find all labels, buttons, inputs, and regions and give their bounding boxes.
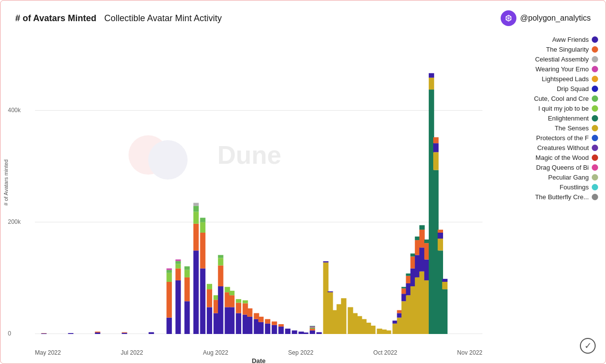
svg-rect-45 — [229, 307, 235, 334]
svg-rect-55 — [247, 308, 253, 317]
svg-rect-3 — [68, 333, 73, 334]
legend-dot — [592, 154, 598, 161]
x-label-sep: Sep 2022 — [288, 349, 313, 356]
svg-rect-73 — [310, 327, 315, 328]
legend-item: Lightspeed Lads — [495, 75, 598, 83]
legend-item: Aww Friends — [495, 36, 598, 43]
svg-rect-127 — [433, 137, 439, 143]
legend-label: Drip Squad — [495, 85, 589, 92]
svg-rect-26 — [193, 206, 199, 212]
svg-rect-91 — [386, 331, 391, 334]
svg-rect-71 — [310, 329, 315, 331]
grid-label-400k: 400k — [8, 107, 21, 114]
svg-rect-8 — [149, 332, 154, 334]
legend-dot — [592, 105, 598, 112]
x-label-nov: Nov 2022 — [457, 349, 482, 356]
x-label-jul: Jul 2022 — [121, 349, 143, 356]
svg-rect-69 — [303, 333, 308, 334]
svg-rect-75 — [317, 332, 322, 334]
svg-rect-39 — [218, 266, 223, 286]
chart-container: # of Avatars Minted Collectible Avatar M… — [0, 0, 606, 364]
svg-rect-58 — [258, 322, 264, 334]
svg-rect-22 — [185, 266, 190, 270]
svg-rect-4 — [95, 333, 100, 334]
svg-rect-28 — [200, 269, 205, 334]
svg-rect-123 — [429, 73, 434, 78]
svg-rect-11 — [166, 273, 172, 282]
legend-dot — [592, 76, 598, 82]
svg-rect-19 — [185, 301, 190, 334]
svg-rect-50 — [236, 299, 241, 303]
svg-rect-130 — [438, 233, 443, 239]
bars-svg — [35, 36, 482, 334]
svg-rect-18 — [175, 260, 181, 261]
svg-rect-27 — [193, 203, 199, 206]
legend-item: Protectors of the F — [495, 134, 598, 142]
svg-rect-66 — [285, 329, 290, 334]
svg-rect-25 — [193, 212, 199, 224]
svg-rect-134 — [442, 279, 447, 282]
legend-item: Cute, Cool and Cre — [495, 95, 598, 102]
legend-item: Enlightenment — [495, 115, 598, 122]
legend-dot — [592, 145, 598, 151]
legend-dot — [592, 66, 598, 72]
svg-rect-133 — [442, 282, 447, 289]
legend-item: The Butterfly Cre... — [495, 193, 598, 201]
legend-dot — [592, 194, 598, 200]
checkmark-icon: ✓ — [584, 340, 592, 351]
x-label-aug: Aug 2022 — [203, 349, 228, 356]
svg-rect-54 — [247, 317, 253, 334]
svg-rect-29 — [200, 233, 205, 269]
svg-rect-67 — [292, 331, 297, 334]
chart-title-sub: Collectible Avatar Mint Activity — [104, 13, 222, 24]
svg-rect-32 — [207, 307, 212, 334]
svg-rect-33 — [207, 289, 212, 307]
checkmark-button[interactable]: ✓ — [580, 338, 596, 354]
legend: Aww Friends The Singularity Celestial As… — [487, 31, 606, 364]
header-left: # of Avatars Minted Collectible Avatar M… — [15, 13, 222, 24]
legend-item: Magic of the Wood — [495, 154, 598, 161]
svg-rect-61 — [265, 319, 270, 324]
svg-rect-16 — [175, 264, 181, 269]
header-right: @polygon_analytics — [501, 10, 591, 26]
x-axis-labels: May 2022 Jul 2022 Aug 2022 Sep 2022 Oct … — [35, 349, 482, 356]
legend-label: Lightspeed Lads — [495, 75, 589, 83]
legend-item: I quit my job to be — [495, 105, 598, 112]
legend-label: Wearing Your Emo — [495, 65, 589, 73]
legend-dot — [592, 135, 598, 141]
legend-label: The Singularity — [495, 46, 589, 53]
legend-item: Foustlings — [495, 183, 598, 191]
svg-rect-60 — [265, 324, 270, 334]
legend-item: Creatures Without — [495, 144, 598, 152]
legend-dot — [592, 125, 598, 131]
y-axis-label: # of Avatars minted — [3, 159, 9, 206]
svg-rect-62 — [272, 325, 277, 334]
svg-rect-30 — [200, 222, 205, 233]
svg-rect-77 — [323, 261, 328, 262]
svg-rect-63 — [272, 322, 277, 325]
svg-rect-131 — [438, 230, 443, 233]
legend-dot — [592, 184, 598, 190]
svg-rect-132 — [442, 289, 447, 334]
svg-rect-13 — [166, 269, 172, 270]
legend-label: Magic of the Wood — [495, 154, 589, 161]
legend-label: The Senses — [495, 124, 589, 132]
legend-label: Drag Queens of Bi — [495, 164, 589, 171]
legend-dot — [592, 46, 598, 53]
svg-rect-7 — [122, 332, 127, 333]
svg-rect-126 — [433, 143, 439, 152]
svg-rect-115 — [419, 230, 425, 247]
legend-label: Peculiar Gang — [495, 174, 589, 181]
legend-item: The Singularity — [495, 46, 598, 53]
svg-rect-31 — [200, 218, 205, 222]
legend-dot — [592, 86, 598, 92]
svg-rect-34 — [207, 284, 212, 289]
legend-dot — [592, 36, 598, 43]
svg-rect-6 — [122, 333, 127, 334]
polygon-logo-icon — [501, 10, 516, 26]
grid-label-0: 0 — [8, 330, 11, 337]
legend-dot — [592, 115, 598, 121]
svg-rect-125 — [433, 152, 439, 170]
legend-dot — [592, 56, 598, 62]
svg-rect-10 — [166, 282, 172, 318]
